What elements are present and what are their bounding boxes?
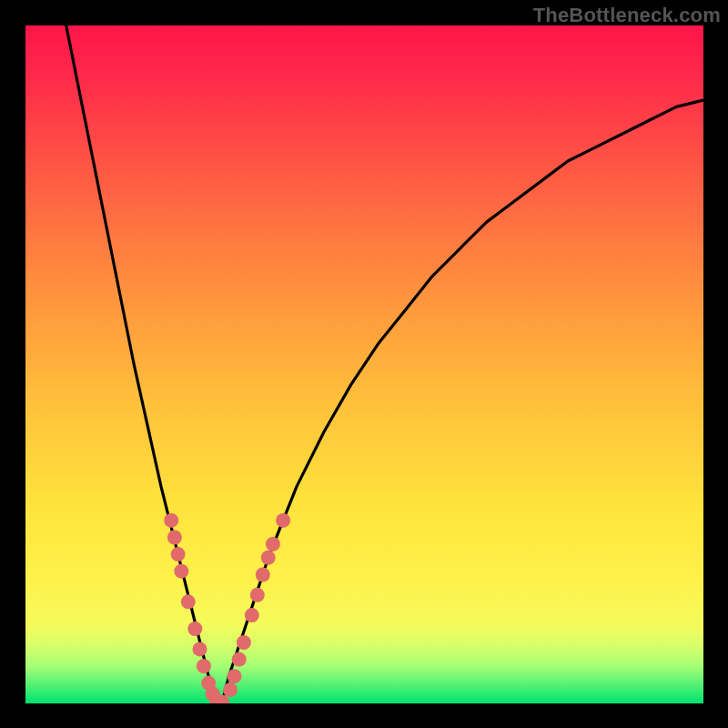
data-marker [174, 564, 188, 579]
data-marker [167, 531, 182, 545]
data-marker [164, 513, 178, 528]
data-marker [261, 551, 276, 565]
data-marker [181, 594, 196, 609]
data-marker [250, 588, 265, 602]
data-marker [223, 682, 238, 697]
chart-frame: TheBottleneck.com [0, 0, 728, 728]
data-marker [276, 513, 290, 528]
watermark-text: TheBottleneck.com [533, 4, 721, 27]
data-marker [232, 652, 247, 667]
data-marker [245, 608, 259, 622]
data-marker [187, 622, 202, 636]
data-marker [237, 635, 251, 650]
data-marker [171, 547, 186, 561]
data-marker [266, 537, 280, 551]
data-marker [197, 659, 211, 673]
data-marker [256, 568, 270, 582]
data-marker [228, 669, 242, 683]
data-marker [193, 642, 207, 656]
chart-plot [25, 25, 703, 703]
